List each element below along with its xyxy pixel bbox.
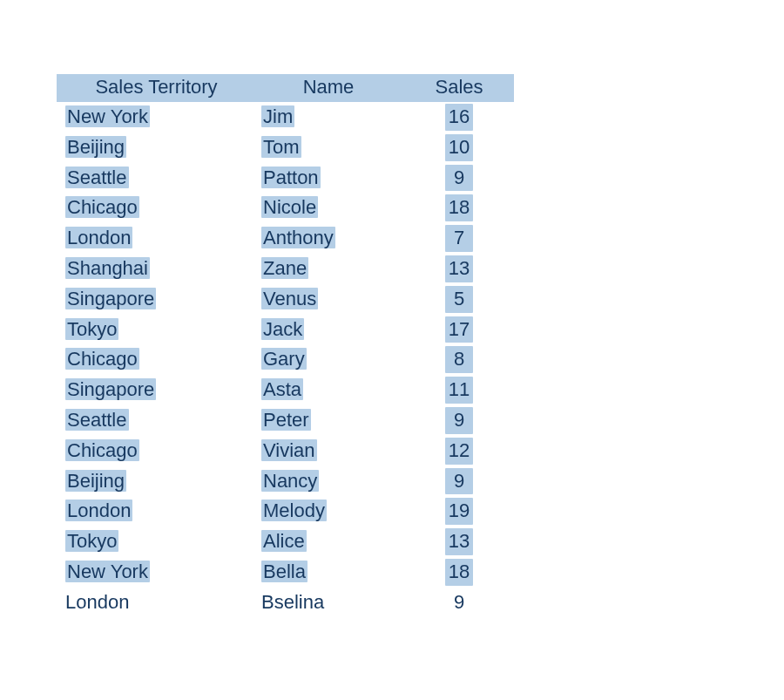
cell-sales-text: 16 [445, 104, 473, 131]
cell-territory: Singapore [57, 284, 253, 315]
cell-name-text: Bselina [261, 591, 324, 613]
table-row: ChicagoVivian12 [57, 436, 514, 466]
table-row: ChicagoNicole18 [57, 193, 514, 223]
cell-name: Melody [253, 496, 401, 527]
cell-name: Peter [253, 405, 401, 436]
cell-territory-text: Seattle [65, 167, 129, 188]
cell-sales-text: 9 [445, 165, 473, 192]
cell-sales-text: 9 [445, 407, 473, 434]
cell-name-text: Jack [261, 318, 304, 340]
cell-name-text: Tom [261, 136, 301, 158]
cell-territory: Tokyo [57, 315, 253, 345]
cell-sales: 8 [401, 344, 514, 375]
cell-territory-text: Tokyo [65, 530, 118, 552]
col-header-name: Name [253, 74, 401, 101]
cell-sales: 9 [401, 466, 514, 497]
cell-territory: Chicago [57, 344, 253, 375]
cell-name: Nancy [253, 466, 401, 497]
cell-territory: London [57, 223, 253, 254]
table-row: TokyoAlice13 [57, 527, 514, 557]
sales-table: Sales Territory Name Sales New YorkJim16… [57, 74, 514, 618]
cell-territory-text: New York [65, 105, 150, 127]
cell-name: Bella [253, 557, 401, 588]
cell-territory-text: Chicago [65, 439, 139, 461]
cell-territory-text: New York [65, 561, 150, 582]
table-row: BeijingNancy9 [57, 466, 514, 497]
cell-name-text: Jim [261, 105, 294, 127]
cell-sales: 5 [401, 284, 514, 315]
table-row: New YorkJim16 [57, 101, 514, 133]
cell-sales: 12 [401, 436, 514, 466]
cell-name: Jim [253, 101, 401, 133]
cell-territory: Beijing [57, 133, 253, 163]
table-row: SingaporeAsta11 [57, 375, 514, 405]
col-header-sales: Sales [401, 74, 514, 101]
cell-name-text: Asta [261, 378, 303, 400]
cell-sales: 16 [401, 101, 514, 133]
cell-name-text: Alice [261, 530, 307, 552]
cell-sales-text: 10 [445, 134, 473, 161]
table-row: LondonMelody19 [57, 496, 514, 527]
cell-territory-text: Singapore [65, 288, 156, 309]
cell-name: Tom [253, 133, 401, 163]
cell-name: Bselina [253, 588, 401, 618]
cell-sales-text: 5 [445, 286, 473, 313]
cell-territory: Seattle [57, 405, 253, 436]
cell-sales: 9 [401, 588, 514, 618]
cell-territory-text: Beijing [65, 470, 126, 492]
cell-sales-text: 8 [445, 346, 473, 373]
cell-territory-text: Chicago [65, 348, 139, 370]
cell-territory-text: Tokyo [65, 318, 118, 340]
cell-sales-text: 19 [445, 498, 473, 525]
table-row: ShanghaiZane13 [57, 254, 514, 284]
cell-sales: 7 [401, 223, 514, 254]
cell-sales-text: 18 [445, 559, 473, 586]
cell-territory: Seattle [57, 163, 253, 194]
cell-territory-text: Seattle [65, 409, 129, 431]
cell-name-text: Vivian [261, 439, 317, 461]
cell-name: Alice [253, 527, 401, 557]
cell-sales-text: 9 [445, 468, 473, 495]
cell-territory-text: London [65, 500, 132, 521]
col-header-territory: Sales Territory [57, 74, 253, 101]
cell-territory: Chicago [57, 436, 253, 466]
cell-territory: Chicago [57, 193, 253, 223]
cell-name: Patton [253, 163, 401, 194]
cell-territory-text: Chicago [65, 196, 139, 218]
table-row: SeattlePeter9 [57, 405, 514, 436]
cell-sales-text: 17 [445, 316, 473, 343]
cell-territory-text: London [65, 227, 132, 248]
table-row: TokyoJack17 [57, 315, 514, 345]
cell-sales: 11 [401, 375, 514, 405]
cell-name-text: Zane [261, 257, 308, 279]
cell-territory: Tokyo [57, 527, 253, 557]
cell-name-text: Nancy [261, 470, 319, 492]
cell-name-text: Anthony [261, 227, 335, 248]
cell-sales: 18 [401, 193, 514, 223]
cell-name-text: Patton [261, 167, 321, 188]
cell-name: Zane [253, 254, 401, 284]
cell-sales-text: 18 [445, 194, 473, 221]
cell-territory-text: Shanghai [65, 257, 150, 279]
cell-territory-text: Beijing [65, 136, 126, 158]
cell-name: Gary [253, 344, 401, 375]
table-row: ChicagoGary8 [57, 344, 514, 375]
cell-name-text: Melody [261, 500, 327, 521]
cell-sales: 17 [401, 315, 514, 345]
cell-territory: New York [57, 101, 253, 133]
cell-territory: Beijing [57, 466, 253, 497]
cell-sales-text: 13 [445, 255, 473, 282]
table-row: New YorkBella18 [57, 557, 514, 588]
table-row: SeattlePatton9 [57, 163, 514, 194]
cell-name: Venus [253, 284, 401, 315]
sales-table-container: Sales Territory Name Sales New YorkJim16… [57, 74, 514, 618]
cell-sales: 18 [401, 557, 514, 588]
cell-sales: 19 [401, 496, 514, 527]
table-header-row: Sales Territory Name Sales [57, 74, 514, 101]
cell-name: Nicole [253, 193, 401, 223]
cell-name-text: Peter [261, 409, 311, 431]
table-row: LondonAnthony7 [57, 223, 514, 254]
cell-territory: London [57, 588, 253, 618]
cell-sales-text: 7 [445, 225, 473, 252]
cell-name: Jack [253, 315, 401, 345]
